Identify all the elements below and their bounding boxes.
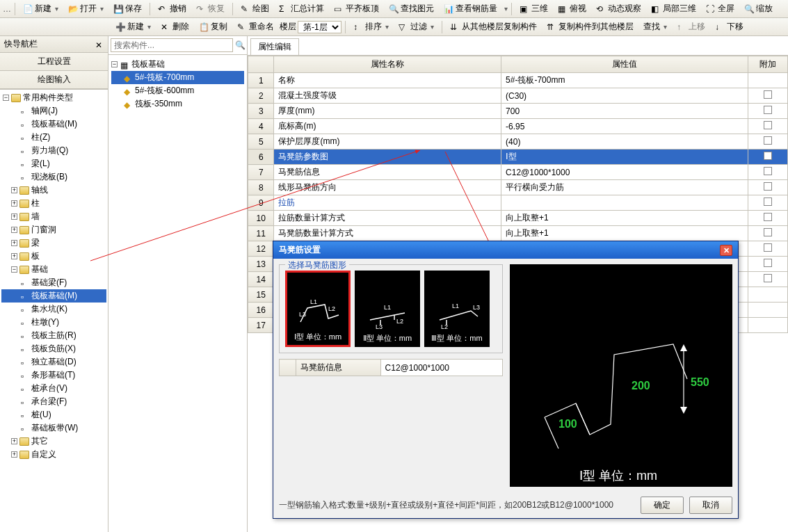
floor-select[interactable]: 第-1层 xyxy=(298,21,341,33)
tree-item[interactable]: ▫条形基础(T) xyxy=(1,369,106,382)
tree-item[interactable]: ▫独立基础(D) xyxy=(1,355,106,369)
shape-option-3[interactable]: L1L3L2Ⅲ型 单位：mm xyxy=(424,271,490,347)
checkbox[interactable] xyxy=(764,243,772,252)
local3d-button[interactable]: ◧局部三维 xyxy=(647,1,700,17)
find-button[interactable]: 查找▾ xyxy=(639,19,671,35)
checkbox[interactable] xyxy=(764,167,772,175)
property-row[interactable]: 5保护层厚度(mm)(40) xyxy=(248,134,788,150)
move-down-button[interactable]: ↓下移 xyxy=(711,19,748,35)
tab-project-settings[interactable]: 工程设置 xyxy=(0,53,108,71)
tree-item[interactable]: ▫柱(Z) xyxy=(1,131,106,144)
tree-item[interactable]: ▫筏板基础(M) xyxy=(1,289,106,303)
property-value[interactable]: C12@1000*1000 xyxy=(501,165,748,180)
open-button[interactable]: 📂打开▾ xyxy=(64,1,108,17)
property-value[interactable]: -6.95 xyxy=(501,119,748,134)
copy-button[interactable]: 📋复制 xyxy=(195,19,232,35)
expand-icon[interactable]: + xyxy=(11,187,17,193)
dialog-titlebar[interactable]: 马凳筋设置 ✕ xyxy=(273,241,738,259)
tree-item[interactable]: ▫桩(U) xyxy=(1,408,106,421)
property-value[interactable]: 平行横向受力筋 xyxy=(501,180,748,195)
tree-group[interactable]: +墙 xyxy=(1,210,106,223)
expand-icon[interactable]: + xyxy=(11,451,17,458)
property-row[interactable]: 8线形马凳筋方向平行横向受力筋 xyxy=(248,180,788,195)
checkbox[interactable] xyxy=(764,106,772,114)
element-root[interactable]: −▦筏板基础 xyxy=(111,58,244,71)
sort-button[interactable]: ↕排序▾ xyxy=(349,19,393,35)
property-row[interactable]: 10拉筋数量计算方式向上取整+1 xyxy=(248,211,788,226)
property-row[interactable]: 7马凳筋信息C12@1000*1000 xyxy=(248,165,788,180)
new2-button[interactable]: ➕新建▾ xyxy=(111,19,155,35)
sum-button[interactable]: Σ汇总计算 xyxy=(275,1,328,17)
shape-option-2[interactable]: L1L2L3Ⅱ型 单位：mm xyxy=(355,271,420,347)
property-row[interactable]: 9拉筋 xyxy=(248,195,788,211)
tree-root-common[interactable]: −常用构件类型 xyxy=(1,91,106,104)
tree-item[interactable]: ▫集水坑(K) xyxy=(1,303,106,316)
collapse-icon[interactable]: − xyxy=(11,266,17,273)
checkbox[interactable] xyxy=(764,228,772,236)
search-icon[interactable]: 🔍 xyxy=(235,40,245,50)
search-input[interactable] xyxy=(111,38,233,52)
checkbox[interactable] xyxy=(764,90,772,99)
dialog-close-button[interactable]: ✕ xyxy=(720,245,732,256)
tree-foundation[interactable]: −基础 xyxy=(1,263,106,276)
copy-from-floor-button[interactable]: ⇊从其他楼层复制构件 xyxy=(446,19,541,35)
collapse-icon[interactable]: − xyxy=(3,95,9,101)
property-row[interactable]: 11马凳筋数量计算方式向上取整+1 xyxy=(248,226,788,241)
tree-group[interactable]: +轴线 xyxy=(1,184,106,197)
tree-item[interactable]: ▫剪力墙(Q) xyxy=(1,144,106,157)
expand-icon[interactable]: + xyxy=(11,213,17,220)
expand-icon[interactable]: + xyxy=(11,227,17,233)
tree-item[interactable]: ▫基础板带(W) xyxy=(1,421,106,435)
tree-group[interactable]: +门窗洞 xyxy=(1,223,106,236)
element-item[interactable]: ◆5#-筏板-700mm xyxy=(111,71,244,84)
info-value-cell[interactable]: C12@1000*1000 xyxy=(380,360,502,376)
new-button[interactable]: 📄新建▾ xyxy=(19,1,63,17)
expand-icon[interactable]: + xyxy=(11,200,17,207)
checkbox[interactable] xyxy=(764,274,772,282)
property-row[interactable]: 2混凝土强度等级(C30) xyxy=(248,88,788,104)
checkbox[interactable] xyxy=(764,136,772,145)
shape-option-1[interactable]: L3L1L2Ⅰ型 单位：mm xyxy=(285,271,351,347)
tree-group[interactable]: +板 xyxy=(1,250,106,263)
expand-icon[interactable]: + xyxy=(11,253,17,259)
fullscreen-button[interactable]: ⛶全屏 xyxy=(702,1,739,17)
expand-icon[interactable]: + xyxy=(11,240,17,246)
tree-item[interactable]: ▫柱墩(Y) xyxy=(1,316,106,329)
rebar-button[interactable]: 📊查看钢筋量 xyxy=(440,1,501,17)
checkbox[interactable] xyxy=(764,259,772,267)
tree-item[interactable]: ▫桩承台(V) xyxy=(1,382,106,395)
undo-button[interactable]: ↶撤销 xyxy=(154,1,191,17)
persp-button[interactable]: ▦俯视 xyxy=(554,1,590,17)
element-item[interactable]: ◆筏板-350mm xyxy=(111,97,244,111)
save-button[interactable]: 💾保存 xyxy=(109,1,146,17)
property-value[interactable] xyxy=(501,195,748,211)
filter-button[interactable]: ▽过滤▾ xyxy=(394,19,438,35)
tree-item[interactable]: ▫筏板负筋(X) xyxy=(1,342,106,355)
dynview-button[interactable]: ⟲动态观察 xyxy=(592,1,645,17)
checkbox[interactable] xyxy=(764,213,772,221)
tree-item[interactable]: ▫承台梁(F) xyxy=(1,395,106,408)
property-row[interactable]: 3厚度(mm)700 xyxy=(248,104,788,119)
level-button[interactable]: ▭平齐板顶 xyxy=(330,1,383,17)
expand-icon[interactable]: + xyxy=(11,438,17,444)
tree-group[interactable]: +梁 xyxy=(1,236,106,250)
close-icon[interactable]: ✕ xyxy=(95,40,104,49)
tree-item[interactable]: ▫基础梁(F) xyxy=(1,276,106,289)
find-elem-button[interactable]: 🔍查找图元 xyxy=(385,1,438,17)
tab-property-edit[interactable]: 属性编辑 xyxy=(250,38,299,55)
tree-item[interactable]: ▫现浇板(B) xyxy=(1,170,106,184)
checkbox[interactable] xyxy=(764,152,772,160)
3d-button[interactable]: ▣三维 xyxy=(515,1,552,17)
redo-button[interactable]: ↷恢复 xyxy=(192,1,229,17)
property-value[interactable]: Ⅰ型 xyxy=(501,150,748,165)
rename-button[interactable]: ✎重命名 xyxy=(233,19,278,35)
delete-button[interactable]: ✕删除 xyxy=(156,19,193,35)
property-row[interactable]: 4底标高(m)-6.95 xyxy=(248,119,788,134)
property-value[interactable]: 向上取整+1 xyxy=(501,211,748,226)
cancel-button[interactable]: 取消 xyxy=(689,497,732,514)
ok-button[interactable]: 确定 xyxy=(641,497,684,514)
checkbox[interactable] xyxy=(764,198,772,206)
property-row[interactable]: 6马凳筋参数图Ⅰ型 xyxy=(248,150,788,165)
tree-item[interactable]: ▫筏板基础(M) xyxy=(1,118,106,131)
collapse-icon[interactable]: − xyxy=(111,61,118,67)
